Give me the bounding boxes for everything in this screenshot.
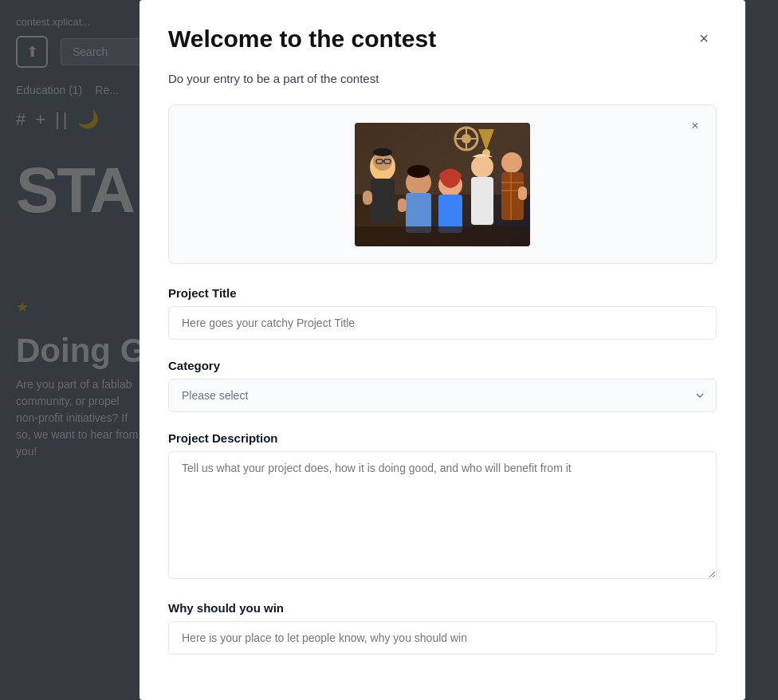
project-title-group: Project Title — [168, 286, 717, 340]
close-button[interactable]: × — [691, 26, 717, 51]
why-win-label: Why should you win — [168, 601, 717, 615]
modal-header: Welcome to the contest × — [168, 26, 717, 53]
project-description-label: Project Description — [168, 431, 717, 445]
category-label: Category — [168, 359, 717, 372]
svg-point-18 — [407, 165, 430, 178]
why-win-group: Why should you win — [168, 601, 717, 655]
image-upload-area[interactable]: × — [168, 104, 717, 264]
svg-point-14 — [373, 148, 392, 156]
image-remove-button[interactable]: × — [684, 115, 706, 137]
modal-subtitle: Do your entry to be a part of the contes… — [168, 72, 717, 85]
uploaded-image — [355, 123, 530, 246]
svg-point-22 — [471, 155, 493, 178]
svg-rect-15 — [363, 191, 372, 205]
project-description-group: Project Description — [168, 431, 717, 582]
svg-rect-9 — [371, 179, 395, 222]
svg-rect-23 — [471, 177, 493, 225]
svg-rect-29 — [518, 187, 527, 200]
project-title-input[interactable] — [168, 306, 717, 340]
modal-title: Welcome to the contest — [168, 26, 436, 53]
project-description-textarea[interactable] — [168, 451, 717, 579]
svg-rect-19 — [398, 199, 407, 212]
project-title-label: Project Title — [168, 286, 717, 300]
contest-modal: Welcome to the contest × Do your entry t… — [139, 0, 745, 700]
category-group: Category Please select Technology Educat… — [168, 359, 717, 412]
svg-rect-30 — [355, 226, 530, 246]
why-win-input[interactable] — [168, 621, 717, 655]
svg-point-24 — [501, 152, 522, 173]
category-select[interactable]: Please select Technology Education Healt… — [168, 379, 717, 412]
